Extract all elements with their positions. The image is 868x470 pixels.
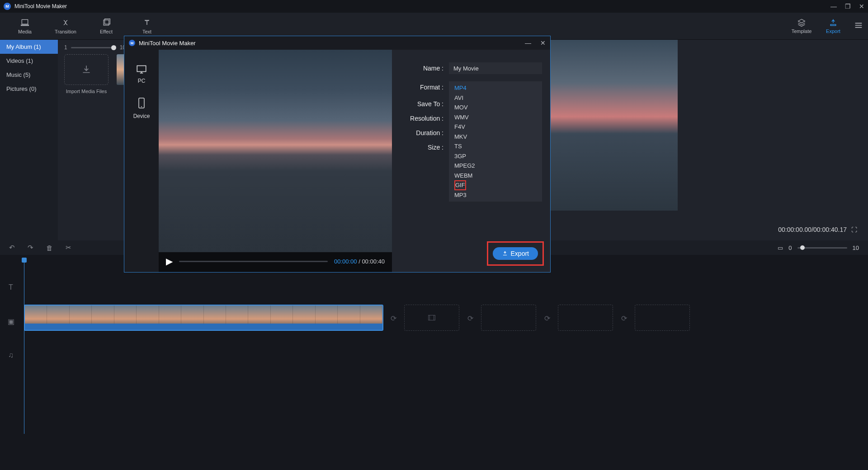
name-input[interactable] bbox=[449, 62, 542, 74]
main-timecode: 00:00:00.00/00:00:40.17 ⛶ bbox=[778, 226, 857, 233]
tab-text-label: Text bbox=[142, 29, 151, 34]
tab-text[interactable]: Text bbox=[127, 18, 167, 34]
import-media-card[interactable] bbox=[64, 54, 108, 85]
video-clip[interactable] bbox=[24, 305, 383, 331]
export-form: Name : Format : MP4 ▾ Save To : Resoluti… bbox=[392, 50, 550, 272]
format-option-gif[interactable]: GIF bbox=[454, 180, 466, 190]
sidebar-item-music[interactable]: Music (5) bbox=[0, 68, 58, 82]
export-button[interactable]: Export bbox=[493, 247, 538, 260]
svg-rect-1 bbox=[105, 19, 110, 24]
video-track[interactable]: ▣ ⟳ ⟳ ⟳ ⟳ bbox=[0, 305, 868, 338]
empty-clip-slot[interactable] bbox=[404, 305, 459, 331]
zoom-min: 1 bbox=[64, 44, 67, 51]
svg-rect-3 bbox=[137, 66, 146, 71]
format-option-3gp[interactable]: 3GP bbox=[449, 151, 542, 161]
dialog-minimize-icon[interactable]: ― bbox=[525, 39, 531, 47]
link-icon[interactable]: ⟳ bbox=[388, 313, 399, 324]
dialog-tab-device-label: Device bbox=[133, 113, 150, 119]
format-option-f4v[interactable]: F4V bbox=[449, 122, 542, 132]
name-label: Name : bbox=[400, 65, 443, 72]
redo-icon[interactable]: ↷ bbox=[28, 244, 33, 252]
empty-clip-slot[interactable] bbox=[635, 305, 690, 331]
dialog-titlebar: M MiniTool Movie Maker ― ✕ bbox=[124, 36, 550, 50]
format-option-mkv[interactable]: MKV bbox=[449, 132, 542, 142]
svg-rect-0 bbox=[104, 20, 109, 25]
empty-clip-slot[interactable] bbox=[481, 305, 536, 331]
dialog-preview: ▶ 00:00:00 / 00:00:40 bbox=[159, 50, 392, 272]
video-track-icon: ▣ bbox=[0, 317, 22, 326]
format-option-wmv[interactable]: WMV bbox=[449, 113, 542, 122]
sidebar-item-videos[interactable]: Videos (1) bbox=[0, 54, 58, 68]
text-track-icon: T bbox=[0, 283, 22, 291]
play-icon[interactable]: ▶ bbox=[166, 256, 173, 267]
resolution-label: Resolution : bbox=[400, 115, 443, 122]
tab-transition-label: Transition bbox=[55, 29, 76, 34]
import-media-label: Import Media Files bbox=[64, 89, 108, 94]
delete-icon[interactable]: 🗑 bbox=[46, 244, 53, 252]
tab-media-label: Media bbox=[18, 29, 32, 34]
text-track[interactable]: T bbox=[0, 277, 868, 298]
app-logo-icon: M bbox=[4, 3, 11, 10]
size-label: Size : bbox=[400, 144, 443, 151]
format-option-webm[interactable]: WEBM bbox=[449, 171, 542, 181]
svg-rect-2 bbox=[429, 315, 435, 320]
undo-icon[interactable]: ↶ bbox=[9, 244, 15, 252]
export-dialog: M MiniTool Movie Maker ― ✕ PC Device ▶ 0… bbox=[124, 36, 551, 273]
minimize-icon[interactable]: ― bbox=[830, 3, 837, 10]
export-button-label: Export bbox=[511, 250, 529, 257]
audio-track-icon: ♫ bbox=[0, 351, 22, 359]
dialog-preview-image bbox=[159, 50, 392, 252]
preview-time: 00:00:00 / 00:00:40 bbox=[334, 258, 385, 265]
link-icon[interactable]: ⟳ bbox=[465, 313, 476, 324]
format-option-ts[interactable]: TS bbox=[449, 141, 542, 151]
sidebar-item-pictures[interactable]: Pictures (0) bbox=[0, 82, 58, 96]
timeline-zoom-slider[interactable] bbox=[797, 247, 847, 249]
tab-effect-label: Effect bbox=[100, 29, 113, 34]
format-dropdown: MP4AVIMOVWMVF4VMKVTS3GPMPEG2WEBMGIFMP3 bbox=[449, 81, 542, 202]
format-option-avi[interactable]: AVI bbox=[449, 93, 542, 103]
dialog-tab-pc[interactable]: PC bbox=[136, 63, 147, 84]
format-option-mp3[interactable]: MP3 bbox=[449, 190, 542, 200]
fullscreen-icon[interactable]: ⛶ bbox=[851, 226, 857, 233]
dialog-tab-device[interactable]: Device bbox=[133, 97, 150, 119]
timeline[interactable]: T ▣ ⟳ ⟳ ⟳ ⟳ ♫ bbox=[0, 255, 868, 470]
tab-media[interactable]: Media bbox=[5, 18, 45, 34]
saveto-label: Save To : bbox=[400, 100, 443, 108]
format-label: Format : bbox=[400, 84, 443, 91]
tab-export[interactable]: Export bbox=[817, 18, 849, 34]
format-option-mpeg2[interactable]: MPEG2 bbox=[449, 161, 542, 171]
link-icon[interactable]: ⟳ bbox=[618, 313, 629, 324]
timeline-zoom-min: 0 bbox=[788, 244, 792, 251]
svg-point-5 bbox=[141, 106, 142, 107]
dialog-logo-icon: M bbox=[129, 40, 135, 46]
format-option-mov[interactable]: MOV bbox=[449, 103, 542, 113]
duration-label: Duration : bbox=[400, 129, 443, 136]
export-button-highlight: Export bbox=[487, 241, 544, 266]
titlebar: M MiniTool Movie Maker ― ❐ ✕ bbox=[0, 0, 868, 13]
tab-effect[interactable]: Effect bbox=[86, 18, 127, 34]
sidebar-item-my-album[interactable]: My Album (1) bbox=[0, 40, 58, 54]
tab-export-label: Export bbox=[826, 28, 840, 34]
tab-template-label: Template bbox=[792, 28, 812, 34]
preview-scrubber[interactable] bbox=[179, 261, 328, 262]
timeline-zoom-max: 10 bbox=[853, 244, 859, 251]
audio-waveform bbox=[25, 324, 382, 330]
split-icon[interactable]: ✂ bbox=[66, 244, 71, 252]
dialog-title: MiniTool Movie Maker bbox=[139, 40, 196, 47]
audio-track[interactable]: ♫ bbox=[0, 344, 868, 366]
maximize-icon[interactable]: ❐ bbox=[845, 3, 851, 10]
link-icon[interactable]: ⟳ bbox=[542, 313, 552, 324]
app-title: MiniTool Movie Maker bbox=[14, 3, 67, 9]
tab-template[interactable]: Template bbox=[786, 18, 817, 34]
fit-icon[interactable]: ▭ bbox=[778, 244, 783, 251]
empty-clip-slot[interactable] bbox=[558, 305, 613, 331]
format-option-mp4[interactable]: MP4 bbox=[449, 83, 542, 93]
media-sidebar: My Album (1) Videos (1) Music (5) Pictur… bbox=[0, 40, 58, 243]
close-icon[interactable]: ✕ bbox=[859, 3, 864, 10]
hamburger-menu-icon[interactable] bbox=[854, 20, 863, 32]
dialog-close-icon[interactable]: ✕ bbox=[540, 39, 546, 47]
dialog-tab-pc-label: PC bbox=[138, 78, 146, 84]
dialog-sidebar: PC Device bbox=[124, 50, 159, 272]
tab-transition[interactable]: Transition bbox=[45, 18, 86, 34]
media-zoom-slider[interactable] bbox=[71, 47, 116, 48]
